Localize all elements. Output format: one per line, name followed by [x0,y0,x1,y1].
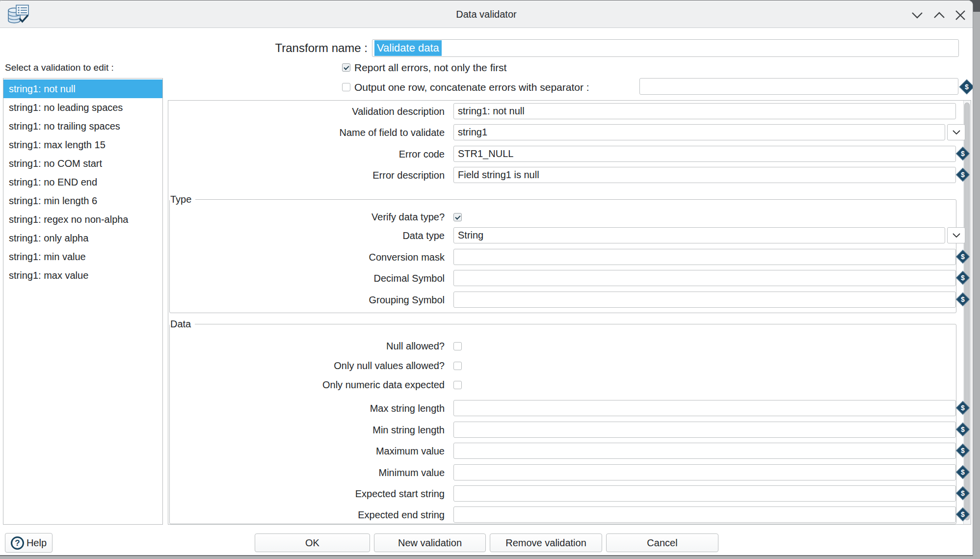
validation-list-item[interactable]: string1: min value [3,247,162,266]
variable-icon[interactable]: $ [956,250,969,263]
minimum-value-label: Minimum value [245,467,445,479]
unshade-icon[interactable] [933,9,946,22]
null-allowed-checkbox[interactable] [453,342,462,350]
grouping-symbol-label: Grouping Symbol [245,294,445,306]
validation-list-item[interactable]: string1: min length 6 [3,191,162,210]
null-allowed-label: Null allowed? [245,340,445,352]
variable-icon[interactable]: $ [956,444,969,457]
validation-list-item[interactable]: string1: no COM start [3,154,162,173]
validation-list-item[interactable]: string1: no trailing spaces [3,117,162,135]
variable-icon[interactable]: $ [956,168,969,181]
variable-icon[interactable]: $ [956,293,969,306]
variable-icon[interactable]: $ [956,487,969,500]
conversion-mask-label: Conversion mask [245,251,445,264]
help-button-label: Help [26,537,47,549]
field-name-combo-input[interactable] [453,124,945,140]
decimal-symbol-label: Decimal Symbol [245,272,445,285]
help-button[interactable]: ? Help [5,533,53,553]
field-name-dropdown-button[interactable] [947,124,965,140]
validation-list-label: Select a validation to edit : [5,61,114,74]
concat-errors-label: Output one row, concatenate errors with … [354,81,589,93]
conversion-mask-input[interactable] [453,249,956,265]
validation-list-item[interactable]: string1: no END end [3,173,162,191]
max-string-length-input[interactable] [453,400,956,416]
variable-icon[interactable]: $ [956,401,969,414]
verify-data-type-label: Verify data type? [245,211,445,223]
report-all-errors-checkbox[interactable] [342,63,350,72]
type-group-title: Type [170,194,195,205]
max-string-length-label: Max string length [245,402,445,415]
variable-icon[interactable]: $ [960,80,973,94]
cancel-button[interactable]: Cancel [606,533,718,552]
variable-icon[interactable]: $ [956,466,969,479]
validation-list-item[interactable]: string1: regex no non-alpha [3,210,162,229]
data-validator-dialog: Data validator Transform name : Validate… [0,0,973,556]
shade-icon[interactable] [911,9,924,22]
variable-icon[interactable]: $ [956,508,969,521]
selected-text: Validate data [374,40,442,56]
error-description-input[interactable] [453,167,956,183]
data-type-dropdown-button[interactable] [947,227,965,243]
validation-description-label: Validation description [245,106,445,118]
titlebar[interactable]: Data validator [0,0,973,28]
dialog-title: Data validator [0,0,973,28]
variable-icon[interactable]: $ [956,423,969,436]
variable-icon[interactable]: $ [956,147,969,160]
validation-list-item[interactable]: string1: no leading spaces [3,98,162,117]
expected-start-string-label: Expected start string [245,488,445,500]
only-numeric-checkbox[interactable] [453,381,462,389]
help-icon: ? [11,536,24,550]
maximum-value-label: Maximum value [245,445,445,457]
only-null-label: Only null values allowed? [245,360,445,372]
remove-validation-button-label: Remove validation [505,537,586,549]
report-all-errors-label: Report all errors, not only the first [354,61,506,74]
error-code-label: Error code [245,148,445,160]
close-icon[interactable] [954,9,967,22]
expected-end-string-input[interactable] [453,506,956,523]
data-type-combo-input[interactable] [453,227,945,243]
only-null-checkbox[interactable] [453,362,462,370]
new-validation-button-label: New validation [398,537,462,549]
separator-input[interactable] [639,78,958,95]
ok-button-label: OK [305,537,319,549]
field-name-label: Name of field to validate [245,127,445,139]
decimal-symbol-input[interactable] [453,270,956,286]
expected-start-string-input[interactable] [453,485,956,502]
variable-icon[interactable]: $ [956,271,969,284]
form-scrollbar-thumb[interactable] [964,103,970,520]
remove-validation-button[interactable]: Remove validation [490,533,602,552]
only-numeric-label: Only numeric data expected [245,379,445,391]
minimum-value-input[interactable] [453,464,956,480]
validation-description-input[interactable] [453,103,956,119]
concat-errors-checkbox[interactable] [342,83,350,91]
grouping-symbol-input[interactable] [453,292,956,308]
error-code-input[interactable] [453,146,956,162]
min-string-length-label: Min string length [245,424,445,436]
validation-list: string1: not null string1: no leading sp… [3,78,163,525]
transform-name-label: Transform name : [196,41,368,55]
ok-button[interactable]: OK [255,533,370,552]
verify-data-type-checkbox[interactable] [453,213,462,221]
validation-list-item[interactable]: string1: max length 15 [3,135,162,154]
expected-end-string-label: Expected end string [245,509,445,521]
new-validation-button[interactable]: New validation [374,533,486,552]
transform-name-input[interactable]: Validate data [372,39,959,57]
validation-list-item[interactable]: string1: only alpha [3,229,162,247]
maximum-value-input[interactable] [453,443,956,459]
min-string-length-input[interactable] [453,422,956,438]
validation-list-item[interactable]: string1: max value [3,266,162,285]
validation-list-item[interactable]: string1: not null [3,80,162,98]
data-group-title: Data [170,319,195,330]
data-type-label: Data type [245,230,445,242]
cancel-button-label: Cancel [647,537,677,549]
error-description-label: Error description [245,169,445,182]
